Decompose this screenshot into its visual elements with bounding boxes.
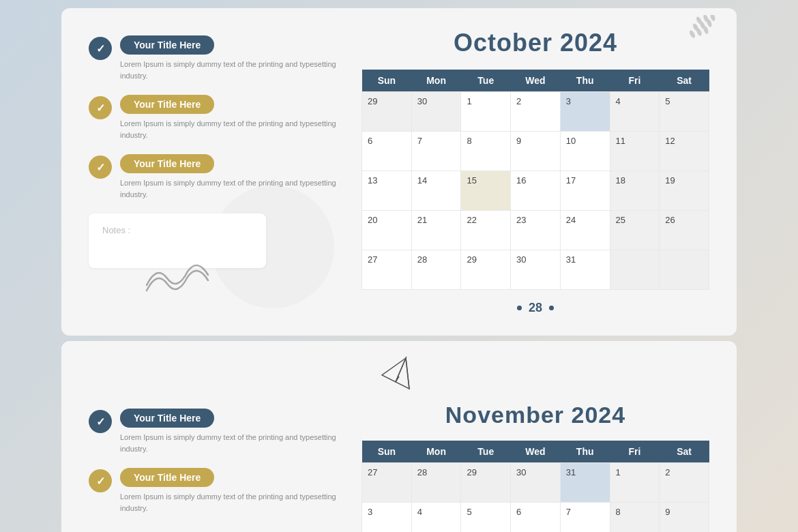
table-row: 2728293031: [362, 250, 709, 290]
table-cell: 6: [511, 503, 561, 533]
table-cell: 12: [660, 132, 709, 171]
table-cell: 20: [362, 211, 412, 250]
table-cell: 27: [362, 250, 412, 290]
november-calendar: November 2024 Sun Mon Tue Wed Thu Fri Sa…: [361, 402, 709, 532]
table-cell: [610, 250, 660, 290]
title-desc-3: Lorem Ipsum is simply dummy text of the …: [120, 177, 361, 200]
calendar-header-row: Sun Mon Tue Wed Thu Fri Sat: [362, 70, 709, 92]
table-row: 13141516171819: [362, 171, 709, 211]
table-cell: 31: [560, 463, 610, 503]
table-cell: 14: [411, 171, 461, 211]
table-cell: 8: [610, 503, 660, 533]
table-cell: 28: [411, 250, 461, 290]
col-sat: Sat: [660, 70, 709, 92]
svg-point-2: [709, 15, 716, 22]
table-cell: 7: [560, 503, 610, 533]
check-circle-2: ✓: [89, 96, 112, 119]
november-title: November 2024: [361, 402, 709, 428]
table-cell: 22: [461, 211, 511, 250]
pagination-dot-right: [549, 306, 554, 310]
title-content-2: Your Title Here Lorem Ipsum is simply du…: [120, 95, 361, 141]
notes-label: Notes :: [102, 225, 130, 235]
table-cell: [660, 250, 709, 290]
october-title: October 2024: [361, 29, 709, 57]
table-row: 6789101112: [362, 132, 709, 171]
table-cell: 31: [560, 250, 610, 290]
nov-col-fri: Fri: [610, 441, 660, 463]
october-section: ✓ Your Title Here Lorem Ipsum is simply …: [61, 8, 737, 336]
table-cell: 17: [560, 171, 610, 211]
october-table: Sun Mon Tue Wed Thu Fri Sat 293012345678…: [361, 70, 709, 290]
nov-calendar-header-row: Sun Mon Tue Wed Thu Fri Sat: [362, 441, 709, 463]
col-fri: Fri: [610, 70, 660, 92]
table-cell: 21: [411, 211, 461, 250]
table-cell: 8: [461, 132, 511, 171]
november-section: ✓ Your Title Here Lorem Ipsum is simply …: [61, 341, 737, 532]
november-table: Sun Mon Tue Wed Thu Fri Sat 272829303112…: [361, 441, 709, 532]
table-cell: 2: [511, 92, 561, 132]
nov-title-item-1: ✓ Your Title Here Lorem Ipsum is simply …: [89, 409, 361, 454]
paper-plane-icon: [372, 355, 426, 396]
col-wed: Wed: [511, 70, 561, 92]
title-badge-3[interactable]: Your Title Here: [120, 154, 214, 173]
title-badge-2[interactable]: Your Title Here: [120, 95, 214, 114]
title-content-1: Your Title Here Lorem Ipsum is simply du…: [120, 35, 361, 81]
check-icon-2: ✓: [96, 102, 105, 115]
title-desc-2: Lorem Ipsum is simply dummy text of the …: [120, 118, 361, 141]
table-cell: 24: [560, 211, 610, 250]
october-calendar: October 2024 Sun Mon Tue Wed Thu Fri Sat…: [361, 29, 709, 315]
table-cell: 3: [560, 92, 610, 132]
october-left-panel: ✓ Your Title Here Lorem Ipsum is simply …: [89, 29, 361, 315]
nov-title-badge-2[interactable]: Your Title Here: [120, 468, 214, 487]
table-cell: 30: [511, 250, 561, 290]
table-cell: 23: [511, 211, 561, 250]
table-cell: 2: [660, 463, 709, 503]
nov-title-content-2: Your Title Here Lorem Ipsum is simply du…: [120, 468, 361, 514]
nov-col-sat: Sat: [660, 441, 709, 463]
table-cell: 15: [461, 171, 511, 211]
deco-wave: [143, 258, 211, 295]
table-cell: 25: [610, 211, 660, 250]
november-left-panel: ✓ Your Title Here Lorem Ipsum is simply …: [89, 402, 361, 532]
table-cell: 29: [362, 92, 412, 132]
table-cell: 19: [660, 171, 709, 211]
title-badge-1[interactable]: Your Title Here: [120, 35, 214, 55]
nov-title-item-2: ✓ Your Title Here Lorem Ipsum is simply …: [89, 468, 361, 514]
nov-title-desc-2: Lorem Ipsum is simply dummy text of the …: [120, 491, 361, 514]
title-item-3: ✓ Your Title Here Lorem Ipsum is simply …: [89, 154, 361, 200]
nov-col-sun: Sun: [362, 441, 412, 463]
nov-col-wed: Wed: [511, 441, 561, 463]
table-cell: 16: [511, 171, 561, 211]
nov-check-icon-2: ✓: [96, 475, 105, 488]
table-cell: 4: [411, 503, 461, 533]
table-cell: 1: [461, 92, 511, 132]
nov-col-thu: Thu: [560, 441, 610, 463]
title-item-1: ✓ Your Title Here Lorem Ipsum is simply …: [89, 35, 361, 81]
october-pagination: 28: [361, 301, 709, 315]
col-sun: Sun: [362, 70, 412, 92]
table-cell: 13: [362, 171, 412, 211]
nov-title-badge-1[interactable]: Your Title Here: [120, 409, 214, 428]
table-cell: 5: [660, 92, 709, 132]
table-cell: 4: [610, 92, 660, 132]
nov-title-desc-1: Lorem Ipsum is simply dummy text of the …: [120, 432, 361, 454]
table-cell: 5: [461, 503, 511, 533]
table-row: 20212223242526: [362, 211, 709, 250]
check-icon-1: ✓: [96, 42, 105, 55]
nov-col-mon: Mon: [411, 441, 461, 463]
table-row: 272829303112: [362, 463, 709, 503]
col-tue: Tue: [461, 70, 511, 92]
nov-check-icon-1: ✓: [96, 415, 105, 428]
table-cell: 30: [411, 92, 461, 132]
table-cell: 9: [511, 132, 561, 171]
table-cell: 10: [560, 132, 610, 171]
check-circle-3: ✓: [89, 156, 112, 179]
table-cell: 7: [411, 132, 461, 171]
nov-check-circle-2: ✓: [89, 469, 112, 492]
title-content-3: Your Title Here Lorem Ipsum is simply du…: [120, 154, 361, 200]
pagination-number: 28: [529, 301, 542, 315]
table-cell: 6: [362, 132, 412, 171]
november-inner: ✓ Your Title Here Lorem Ipsum is simply …: [89, 402, 709, 532]
pagination-dot-left: [517, 306, 522, 310]
table-cell: 11: [610, 132, 660, 171]
